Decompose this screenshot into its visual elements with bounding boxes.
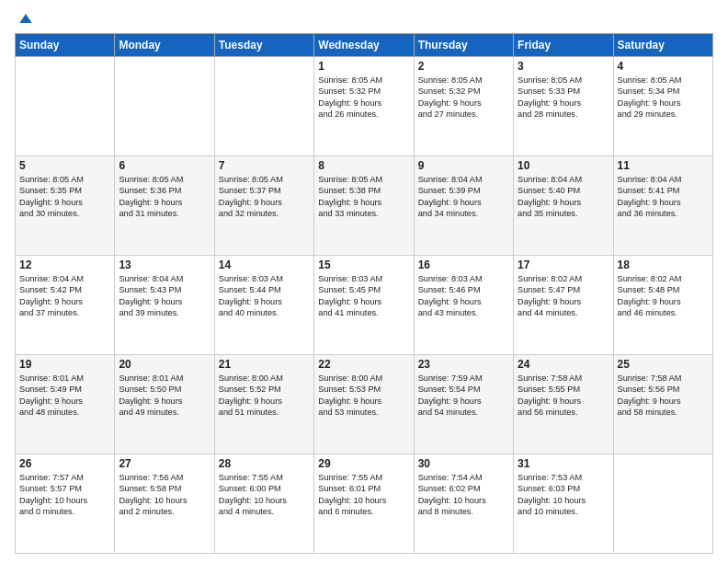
day-info: Sunrise: 8:00 AM Sunset: 5:53 PM Dayligh… xyxy=(318,373,409,419)
day-info: Sunrise: 8:05 AM Sunset: 5:32 PM Dayligh… xyxy=(418,75,509,121)
day-number: 19 xyxy=(19,358,110,371)
day-header-thursday: Thursday xyxy=(414,34,513,57)
calendar-cell: 24Sunrise: 7:58 AM Sunset: 5:55 PM Dayli… xyxy=(514,355,613,454)
day-number: 24 xyxy=(518,358,609,371)
day-info: Sunrise: 7:55 AM Sunset: 6:01 PM Dayligh… xyxy=(318,472,409,518)
day-number: 4 xyxy=(618,60,709,73)
calendar-cell: 22Sunrise: 8:00 AM Sunset: 5:53 PM Dayli… xyxy=(314,355,414,454)
day-info: Sunrise: 8:05 AM Sunset: 5:35 PM Dayligh… xyxy=(19,174,110,220)
day-header-sunday: Sunday xyxy=(16,34,115,57)
logo xyxy=(15,9,35,28)
day-number: 13 xyxy=(119,259,210,271)
calendar-cell: 6Sunrise: 8:05 AM Sunset: 5:36 PM Daylig… xyxy=(115,156,214,256)
week-row-4: 19Sunrise: 8:01 AM Sunset: 5:49 PM Dayli… xyxy=(16,355,713,454)
day-info: Sunrise: 7:55 AM Sunset: 6:00 PM Dayligh… xyxy=(219,472,310,518)
calendar-cell: 13Sunrise: 8:04 AM Sunset: 5:43 PM Dayli… xyxy=(115,256,214,355)
day-number: 29 xyxy=(318,457,409,470)
day-number: 5 xyxy=(19,159,110,172)
calendar-cell: 21Sunrise: 8:00 AM Sunset: 5:52 PM Dayli… xyxy=(214,355,313,454)
calendar-cell: 18Sunrise: 8:02 AM Sunset: 5:48 PM Dayli… xyxy=(613,256,712,355)
svg-marker-0 xyxy=(19,14,31,23)
day-info: Sunrise: 8:04 AM Sunset: 5:43 PM Dayligh… xyxy=(119,273,210,319)
day-header-tuesday: Tuesday xyxy=(214,34,313,57)
calendar-cell: 7Sunrise: 8:05 AM Sunset: 5:37 PM Daylig… xyxy=(214,156,313,256)
day-info: Sunrise: 8:04 AM Sunset: 5:40 PM Dayligh… xyxy=(518,174,609,220)
day-number: 8 xyxy=(318,159,409,172)
day-info: Sunrise: 8:04 AM Sunset: 5:41 PM Dayligh… xyxy=(618,174,709,220)
day-info: Sunrise: 7:56 AM Sunset: 5:58 PM Dayligh… xyxy=(119,472,210,518)
day-info: Sunrise: 8:02 AM Sunset: 5:48 PM Dayligh… xyxy=(618,273,709,319)
day-number: 21 xyxy=(219,358,310,371)
day-header-saturday: Saturday xyxy=(613,34,712,57)
day-number: 27 xyxy=(119,457,210,470)
calendar-cell: 25Sunrise: 7:58 AM Sunset: 5:56 PM Dayli… xyxy=(613,355,712,454)
day-info: Sunrise: 8:03 AM Sunset: 5:45 PM Dayligh… xyxy=(318,273,409,319)
calendar-cell: 15Sunrise: 8:03 AM Sunset: 5:45 PM Dayli… xyxy=(314,256,414,355)
day-number: 31 xyxy=(518,457,609,470)
calendar-cell: 9Sunrise: 8:04 AM Sunset: 5:39 PM Daylig… xyxy=(414,156,513,256)
day-number: 10 xyxy=(518,159,609,172)
calendar-cell xyxy=(214,57,313,156)
day-number: 25 xyxy=(618,358,709,371)
day-header-friday: Friday xyxy=(514,34,613,57)
day-info: Sunrise: 7:54 AM Sunset: 6:02 PM Dayligh… xyxy=(418,472,509,518)
day-number: 16 xyxy=(418,259,509,271)
day-number: 12 xyxy=(19,259,110,271)
week-row-3: 12Sunrise: 8:04 AM Sunset: 5:42 PM Dayli… xyxy=(16,256,713,355)
calendar-cell xyxy=(613,454,712,554)
day-info: Sunrise: 8:05 AM Sunset: 5:33 PM Dayligh… xyxy=(518,75,609,121)
day-number: 14 xyxy=(219,259,310,271)
day-info: Sunrise: 8:05 AM Sunset: 5:38 PM Dayligh… xyxy=(318,174,409,220)
day-number: 30 xyxy=(418,457,509,470)
calendar-cell: 23Sunrise: 7:59 AM Sunset: 5:54 PM Dayli… xyxy=(414,355,513,454)
calendar-cell: 14Sunrise: 8:03 AM Sunset: 5:44 PM Dayli… xyxy=(214,256,313,355)
day-number: 2 xyxy=(418,60,509,73)
day-number: 23 xyxy=(418,358,509,371)
calendar-cell: 1Sunrise: 8:05 AM Sunset: 5:32 PM Daylig… xyxy=(314,57,414,156)
day-number: 17 xyxy=(518,259,609,271)
day-info: Sunrise: 7:53 AM Sunset: 6:03 PM Dayligh… xyxy=(518,472,609,518)
calendar-body: 1Sunrise: 8:05 AM Sunset: 5:32 PM Daylig… xyxy=(16,57,713,554)
day-info: Sunrise: 8:00 AM Sunset: 5:52 PM Dayligh… xyxy=(219,373,310,419)
calendar-cell: 19Sunrise: 8:01 AM Sunset: 5:49 PM Dayli… xyxy=(16,355,115,454)
week-row-2: 5Sunrise: 8:05 AM Sunset: 5:35 PM Daylig… xyxy=(16,156,713,256)
calendar-cell: 16Sunrise: 8:03 AM Sunset: 5:46 PM Dayli… xyxy=(414,256,513,355)
day-info: Sunrise: 8:04 AM Sunset: 5:42 PM Dayligh… xyxy=(19,273,110,319)
day-info: Sunrise: 8:03 AM Sunset: 5:44 PM Dayligh… xyxy=(219,273,310,319)
day-number: 11 xyxy=(618,159,709,172)
calendar-cell: 12Sunrise: 8:04 AM Sunset: 5:42 PM Dayli… xyxy=(16,256,115,355)
day-number: 6 xyxy=(119,159,210,172)
calendar-cell: 30Sunrise: 7:54 AM Sunset: 6:02 PM Dayli… xyxy=(414,454,513,554)
calendar-cell: 5Sunrise: 8:05 AM Sunset: 5:35 PM Daylig… xyxy=(16,156,115,256)
day-info: Sunrise: 8:05 AM Sunset: 5:32 PM Dayligh… xyxy=(318,75,409,121)
day-info: Sunrise: 7:58 AM Sunset: 5:55 PM Dayligh… xyxy=(518,373,609,419)
calendar-cell: 10Sunrise: 8:04 AM Sunset: 5:40 PM Dayli… xyxy=(514,156,613,256)
day-info: Sunrise: 8:05 AM Sunset: 5:36 PM Dayligh… xyxy=(119,174,210,220)
day-number: 26 xyxy=(19,457,110,470)
header xyxy=(15,9,713,28)
calendar-header-row: SundayMondayTuesdayWednesdayThursdayFrid… xyxy=(16,34,713,57)
calendar-table: SundayMondayTuesdayWednesdayThursdayFrid… xyxy=(15,33,713,554)
logo-triangle-icon xyxy=(17,9,35,28)
week-row-5: 26Sunrise: 7:57 AM Sunset: 5:57 PM Dayli… xyxy=(16,454,713,554)
page: SundayMondayTuesdayWednesdayThursdayFrid… xyxy=(0,0,728,563)
day-number: 22 xyxy=(318,358,409,371)
day-info: Sunrise: 7:58 AM Sunset: 5:56 PM Dayligh… xyxy=(618,373,709,419)
calendar-cell: 28Sunrise: 7:55 AM Sunset: 6:00 PM Dayli… xyxy=(214,454,313,554)
week-row-1: 1Sunrise: 8:05 AM Sunset: 5:32 PM Daylig… xyxy=(16,57,713,156)
day-info: Sunrise: 8:01 AM Sunset: 5:49 PM Dayligh… xyxy=(19,373,110,419)
calendar-cell: 3Sunrise: 8:05 AM Sunset: 5:33 PM Daylig… xyxy=(514,57,613,156)
day-number: 3 xyxy=(518,60,609,73)
calendar-cell: 8Sunrise: 8:05 AM Sunset: 5:38 PM Daylig… xyxy=(314,156,414,256)
day-number: 1 xyxy=(318,60,409,73)
day-info: Sunrise: 8:04 AM Sunset: 5:39 PM Dayligh… xyxy=(418,174,509,220)
day-header-monday: Monday xyxy=(115,34,214,57)
calendar-cell: 2Sunrise: 8:05 AM Sunset: 5:32 PM Daylig… xyxy=(414,57,513,156)
calendar-cell: 17Sunrise: 8:02 AM Sunset: 5:47 PM Dayli… xyxy=(514,256,613,355)
calendar-cell xyxy=(16,57,115,156)
day-number: 18 xyxy=(618,259,709,271)
day-number: 9 xyxy=(418,159,509,172)
calendar-cell: 29Sunrise: 7:55 AM Sunset: 6:01 PM Dayli… xyxy=(314,454,414,554)
calendar-cell: 11Sunrise: 8:04 AM Sunset: 5:41 PM Dayli… xyxy=(613,156,712,256)
calendar-cell: 4Sunrise: 8:05 AM Sunset: 5:34 PM Daylig… xyxy=(613,57,712,156)
